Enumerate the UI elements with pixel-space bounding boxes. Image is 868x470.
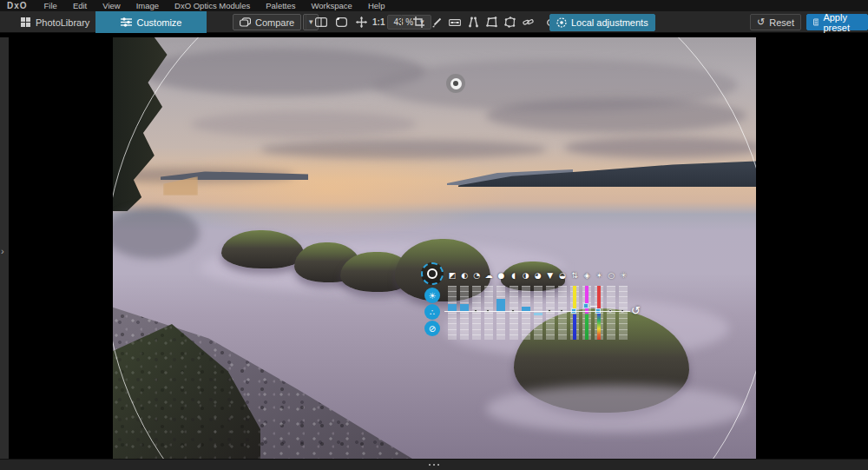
tab-photolibrary[interactable]: PhotoLibrary bbox=[10, 11, 100, 33]
tint-icon: ◈ bbox=[582, 271, 592, 280]
grid-icon bbox=[21, 17, 30, 27]
apply-preset-label: Apply preset bbox=[823, 12, 861, 33]
anchor-dot bbox=[453, 81, 458, 86]
rectangle-perspective-tool-button[interactable] bbox=[483, 14, 500, 31]
saturation-icon: ◒ bbox=[557, 271, 568, 280]
anchor-ring bbox=[450, 78, 462, 89]
divider bbox=[306, 15, 306, 30]
whites-icon: ◕ bbox=[533, 271, 543, 280]
menu-item-file[interactable]: File bbox=[36, 1, 65, 10]
local-adjustments-label: Local adjustments bbox=[571, 17, 648, 28]
left-panel-collapsed: › bbox=[0, 37, 9, 459]
light-category-button[interactable]: ☀ bbox=[424, 288, 440, 303]
local-adjustment-equalizer: ☀ ∴ ⊘ ◩◐◔☁●◖◑◕▼◒⇅◈✶○✳ ↺ bbox=[420, 261, 649, 348]
dxo-logo: DxO bbox=[0, 1, 36, 10]
free-perspective-tool-button[interactable] bbox=[501, 14, 518, 31]
preset-icon bbox=[813, 17, 819, 27]
app-window: DxO FileEditViewImageDxO Optics ModulesP… bbox=[0, 0, 868, 470]
equalizer-target-button[interactable] bbox=[421, 262, 444, 285]
menu-item-help[interactable]: Help bbox=[360, 1, 393, 10]
rectangle-perspective-icon bbox=[486, 17, 497, 28]
link-tool-button[interactable] bbox=[519, 14, 536, 31]
zoom-1to1-label: 1:1 bbox=[372, 17, 385, 27]
midtones-icon: ● bbox=[496, 271, 506, 280]
midtones-slider-column[interactable] bbox=[496, 286, 505, 340]
menu-item-dxo-optics-modules[interactable]: DxO Optics Modules bbox=[167, 1, 258, 10]
blacks-icon: ◑ bbox=[521, 271, 531, 280]
equalizer-reset-icon[interactable]: ↺ bbox=[631, 304, 641, 317]
reset-label: Reset bbox=[769, 17, 794, 28]
filmstrip-splitter-handle[interactable] bbox=[429, 464, 431, 466]
menu-item-workspace[interactable]: Workspace bbox=[304, 1, 360, 10]
microcontrast-slider-column[interactable] bbox=[472, 286, 481, 340]
brush-icon bbox=[431, 17, 442, 28]
exposure-icon: ◩ bbox=[447, 271, 457, 280]
saturation-slider-column[interactable] bbox=[558, 286, 567, 340]
link-icon bbox=[523, 17, 534, 27]
free-perspective-icon bbox=[504, 17, 516, 28]
expand-left-panel-chevron-icon[interactable]: › bbox=[1, 246, 4, 256]
hue-icon: ✶ bbox=[594, 271, 604, 280]
tint-handle[interactable] bbox=[583, 303, 589, 308]
horizon-icon bbox=[449, 18, 461, 27]
horizon-tool-button[interactable] bbox=[446, 14, 464, 31]
detail-category-button[interactable]: ⊘ bbox=[424, 321, 440, 336]
image-frame-icon bbox=[336, 17, 347, 27]
apply-preset-button[interactable]: Apply preset bbox=[806, 14, 868, 30]
menu-item-edit[interactable]: Edit bbox=[65, 1, 95, 10]
shadows-slider-column[interactable] bbox=[510, 286, 518, 340]
blur-icon: ○ bbox=[606, 271, 616, 280]
control-point-icon bbox=[556, 17, 567, 28]
sun-icon: ☀ bbox=[429, 291, 437, 301]
detail-icon: ⊘ bbox=[429, 324, 436, 334]
reset-icon: ↺ bbox=[757, 17, 765, 28]
tab-photolibrary-label: PhotoLibrary bbox=[36, 17, 89, 28]
menu-item-view[interactable]: View bbox=[95, 1, 128, 10]
compare-label: Compare bbox=[255, 17, 294, 28]
sliders-icon bbox=[121, 17, 132, 27]
blacks-slider-column[interactable] bbox=[522, 286, 530, 340]
menu-item-palettes[interactable]: Palettes bbox=[258, 1, 303, 10]
compare-button[interactable]: Compare bbox=[233, 14, 301, 30]
crop-icon bbox=[413, 17, 424, 28]
force-parallel-tool-button[interactable] bbox=[464, 14, 482, 31]
divider bbox=[401, 15, 402, 30]
zoom-1to1-button[interactable]: 1:1 bbox=[372, 14, 385, 31]
reset-button[interactable]: ↺ Reset bbox=[750, 14, 801, 30]
highlights-icon: ☁ bbox=[483, 271, 494, 280]
photo-viewport[interactable]: ☀ ∴ ⊘ ◩◐◔☁●◖◑◕▼◒⇅◈✶○✳ ↺ bbox=[113, 37, 756, 459]
control-point-radius-circle[interactable] bbox=[113, 37, 756, 459]
vibrance-slider-column[interactable] bbox=[546, 286, 555, 340]
equalizer-zero-line bbox=[444, 311, 630, 313]
crop-tool-button[interactable] bbox=[410, 14, 427, 31]
color-category-button[interactable]: ∴ bbox=[424, 304, 440, 320]
bottom-bar bbox=[0, 459, 868, 470]
local-adjustments-button[interactable]: Local adjustments bbox=[549, 14, 655, 31]
highlights-slider-column[interactable] bbox=[484, 286, 493, 340]
brush-tool-button[interactable] bbox=[428, 14, 445, 31]
midtones-value-bar[interactable] bbox=[496, 299, 505, 312]
contrast-icon: ◐ bbox=[459, 271, 470, 280]
force-parallel-icon bbox=[468, 17, 479, 28]
contrast-slider-column[interactable] bbox=[460, 286, 469, 340]
compare-icon bbox=[240, 17, 251, 27]
control-point-anchor[interactable] bbox=[446, 74, 465, 93]
toolbar: PhotoLibrary Customize Compare bbox=[0, 11, 868, 33]
tab-customize[interactable]: Customize bbox=[95, 11, 207, 33]
vibrance-icon: ▼ bbox=[545, 271, 556, 280]
menu-bar: DxO FileEditViewImageDxO Optics ModulesP… bbox=[0, 0, 868, 11]
full-image-button[interactable] bbox=[332, 14, 350, 31]
color-triad-icon: ∴ bbox=[430, 308, 435, 317]
blur-slider-column[interactable] bbox=[607, 286, 615, 340]
sharpness-icon: ✳ bbox=[618, 271, 628, 280]
whites-value-bar[interactable] bbox=[534, 313, 542, 315]
exposure-slider-column[interactable] bbox=[448, 286, 457, 340]
split-view-button[interactable] bbox=[312, 14, 330, 31]
target-inner bbox=[427, 268, 437, 279]
sharpness-slider-column[interactable] bbox=[619, 286, 628, 340]
tab-customize-label: Customize bbox=[137, 17, 182, 28]
shadows-icon: ◖ bbox=[509, 271, 519, 280]
pan-button[interactable] bbox=[352, 14, 370, 31]
menu-item-image[interactable]: Image bbox=[128, 1, 167, 10]
microcontrast-icon: ◔ bbox=[471, 271, 482, 280]
